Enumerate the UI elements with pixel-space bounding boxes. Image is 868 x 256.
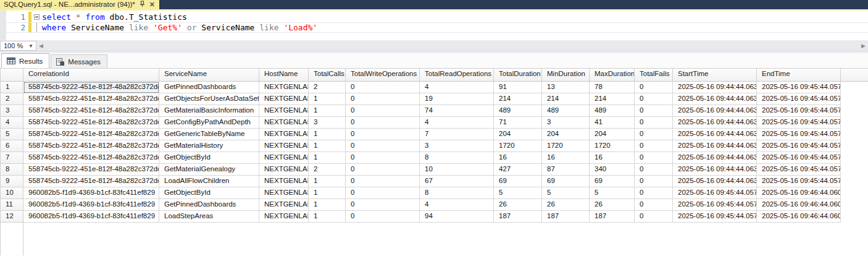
row-header[interactable]: 1 xyxy=(0,82,23,93)
grid-cell-CorrelationId[interactable]: 558745cb-9222-451e-812f-48a282c372dc xyxy=(23,164,159,176)
grid-cell-StartTime[interactable]: 2025-05-16 09:44:44.063 xyxy=(673,93,757,105)
grid-cell-TotalCalls[interactable]: 1 xyxy=(309,211,346,223)
grid-cell-EndTime[interactable]: 2025-05-16 09:45:44.057 xyxy=(757,164,841,176)
scroll-left-icon[interactable]: ◀ xyxy=(36,43,46,49)
grid-cell-TotalReadOperations[interactable]: 8 xyxy=(420,152,494,164)
grid-cell-MinDuration[interactable]: 69 xyxy=(542,176,590,187)
grid-cell-TotalDuration[interactable]: 489 xyxy=(494,105,542,117)
grid-cell-CorrelationId[interactable]: 960082b5-f1d9-4369-b1cf-83fc411ef829 xyxy=(23,187,159,199)
column-header-StartTime[interactable]: StartTime xyxy=(673,69,757,82)
grid-cell-CorrelationId[interactable]: 558745cb-9222-451e-812f-48a282c372dc xyxy=(23,140,159,152)
grid-cell-EndTime[interactable]: 2025-05-16 09:46:44.060 xyxy=(757,187,841,199)
grid-cell-TotalDuration[interactable]: 91 xyxy=(494,82,542,93)
grid-cell-ServiceName[interactable]: GetPinnedDashboards xyxy=(159,199,259,211)
grid-cell-StartTime[interactable]: 2025-05-16 09:45:44.057 xyxy=(673,199,757,211)
tab-messages[interactable]: Messages xyxy=(51,54,107,68)
grid-cell-MaxDuration[interactable]: 78 xyxy=(590,82,635,93)
grid-cell-TotalCalls[interactable]: 1 xyxy=(309,176,346,187)
grid-cell-HostName[interactable]: NEXTGENLAB xyxy=(259,199,309,211)
grid-cell-EndTime[interactable]: 2025-05-16 09:45:44.057 xyxy=(757,82,841,93)
grid-cell-MaxDuration[interactable]: 489 xyxy=(590,105,635,117)
select-all-corner[interactable] xyxy=(0,69,23,82)
grid-cell-MaxDuration[interactable]: 69 xyxy=(590,176,635,187)
grid-cell-StartTime[interactable]: 2025-05-16 09:44:44.063 xyxy=(673,129,757,140)
grid-cell-CorrelationId[interactable]: 558745cb-9222-451e-812f-48a282c372dc xyxy=(23,93,159,105)
grid-cell-TotalReadOperations[interactable]: 8 xyxy=(420,187,494,199)
grid-cell-MinDuration[interactable]: 187 xyxy=(542,211,590,223)
grid-cell-StartTime[interactable]: 2025-05-16 09:44:44.063 xyxy=(673,152,757,164)
grid-cell-ServiceName[interactable]: GetObjectById xyxy=(159,187,259,199)
grid-cell-HostName[interactable]: NEXTGENLAB xyxy=(259,211,309,223)
grid-cell-TotalReadOperations[interactable]: 74 xyxy=(420,105,494,117)
grid-cell-TotalFails[interactable]: 0 xyxy=(635,82,673,93)
grid-cell-StartTime[interactable]: 2025-05-16 09:44:44.063 xyxy=(673,164,757,176)
grid-cell-CorrelationId[interactable]: 558745cb-9222-451e-812f-48a282c372dc xyxy=(23,117,159,129)
grid-cell-TotalCalls[interactable]: 1 xyxy=(309,93,346,105)
grid-cell-HostName[interactable]: NEXTGENLAB xyxy=(259,129,309,140)
grid-cell-EndTime[interactable]: 2025-05-16 09:46:44.060 xyxy=(757,199,841,211)
grid-cell-EndTime[interactable]: 2025-05-16 09:45:44.057 xyxy=(757,152,841,164)
grid-cell-TotalCalls[interactable]: 2 xyxy=(309,164,346,176)
grid-cell-StartTime[interactable]: 2025-05-16 09:44:44.063 xyxy=(673,82,757,93)
grid-cell-MaxDuration[interactable]: 187 xyxy=(590,211,635,223)
row-header[interactable]: 8 xyxy=(0,164,23,176)
grid-cell-TotalFails[interactable]: 0 xyxy=(635,117,673,129)
grid-cell-TotalFails[interactable]: 0 xyxy=(635,211,673,223)
column-header-ServiceName[interactable]: ServiceName xyxy=(159,69,259,82)
row-header[interactable]: 2 xyxy=(0,93,23,105)
grid-cell-TotalCalls[interactable]: 1 xyxy=(309,140,346,152)
grid-cell-TotalDuration[interactable]: 214 xyxy=(494,93,542,105)
column-header-TotalFails[interactable]: TotalFails xyxy=(635,69,673,82)
grid-cell-EndTime[interactable]: 2025-05-16 09:45:44.057 xyxy=(757,93,841,105)
grid-cell-TotalCalls[interactable]: 2 xyxy=(309,82,346,93)
grid-cell-TotalDuration[interactable]: 204 xyxy=(494,129,542,140)
grid-cell-MaxDuration[interactable]: 5 xyxy=(590,187,635,199)
code-line[interactable]: 1select * from dbo.T_Statistics xyxy=(0,12,868,22)
grid-cell-TotalWriteOperations[interactable]: 0 xyxy=(346,164,420,176)
grid-cell-TotalWriteOperations[interactable]: 0 xyxy=(346,140,420,152)
grid-cell-HostName[interactable]: NEXTGENLAB xyxy=(259,93,309,105)
grid-cell-TotalReadOperations[interactable]: 67 xyxy=(420,176,494,187)
grid-cell-MinDuration[interactable]: 87 xyxy=(542,164,590,176)
grid-cell-TotalCalls[interactable]: 1 xyxy=(309,187,346,199)
grid-cell-TotalReadOperations[interactable]: 7 xyxy=(420,129,494,140)
grid-cell-TotalWriteOperations[interactable]: 0 xyxy=(346,199,420,211)
row-header[interactable]: 4 xyxy=(0,117,23,129)
grid-cell-TotalWriteOperations[interactable]: 0 xyxy=(346,129,420,140)
grid-cell-TotalWriteOperations[interactable]: 0 xyxy=(346,117,420,129)
grid-cell-HostName[interactable]: NEXTGENLAB xyxy=(259,152,309,164)
row-header[interactable]: 9 xyxy=(0,176,23,187)
row-header[interactable]: 6 xyxy=(0,140,23,152)
grid-cell-TotalCalls[interactable]: 1 xyxy=(309,152,346,164)
grid-cell-StartTime[interactable]: 2025-05-16 09:45:44.057 xyxy=(673,187,757,199)
row-header[interactable]: 3 xyxy=(0,105,23,117)
grid-cell-MinDuration[interactable]: 1720 xyxy=(542,140,590,152)
grid-cell-MaxDuration[interactable]: 41 xyxy=(590,117,635,129)
grid-cell-TotalReadOperations[interactable]: 4 xyxy=(420,117,494,129)
grid-cell-TotalWriteOperations[interactable]: 0 xyxy=(346,211,420,223)
grid-cell-TotalDuration[interactable]: 16 xyxy=(494,152,542,164)
grid-cell-TotalFails[interactable]: 0 xyxy=(635,105,673,117)
grid-cell-MinDuration[interactable]: 489 xyxy=(542,105,590,117)
grid-cell-TotalWriteOperations[interactable]: 0 xyxy=(346,187,420,199)
grid-cell-TotalReadOperations[interactable]: 19 xyxy=(420,93,494,105)
grid-cell-HostName[interactable]: NEXTGENLAB xyxy=(259,187,309,199)
grid-cell-TotalDuration[interactable]: 71 xyxy=(494,117,542,129)
grid-cell-ServiceName[interactable]: GetMaterialGenealogy xyxy=(159,164,259,176)
grid-cell-TotalWriteOperations[interactable]: 0 xyxy=(346,152,420,164)
grid-cell-ServiceName[interactable]: LoadAllFlowChildren xyxy=(159,176,259,187)
grid-cell-MaxDuration[interactable]: 204 xyxy=(590,129,635,140)
grid-cell-StartTime[interactable]: 2025-05-16 09:44:44.063 xyxy=(673,176,757,187)
grid-cell-TotalReadOperations[interactable]: 94 xyxy=(420,211,494,223)
column-header-MinDuration[interactable]: MinDuration xyxy=(542,69,590,82)
close-icon[interactable]: ✕ xyxy=(149,1,155,8)
grid-cell-MinDuration[interactable]: 204 xyxy=(542,129,590,140)
row-header[interactable]: 10 xyxy=(0,187,23,199)
grid-cell-TotalDuration[interactable]: 187 xyxy=(494,211,542,223)
grid-cell-EndTime[interactable]: 2025-05-16 09:46:44.060 xyxy=(757,211,841,223)
grid-cell-TotalCalls[interactable]: 1 xyxy=(309,199,346,211)
grid-cell-CorrelationId[interactable]: 558745cb-9222-451e-812f-48a282c372dc xyxy=(23,152,159,164)
row-header[interactable]: 7 xyxy=(0,152,23,164)
column-header-TotalDuration[interactable]: TotalDuration xyxy=(494,69,542,82)
row-header[interactable]: 12 xyxy=(0,211,23,223)
